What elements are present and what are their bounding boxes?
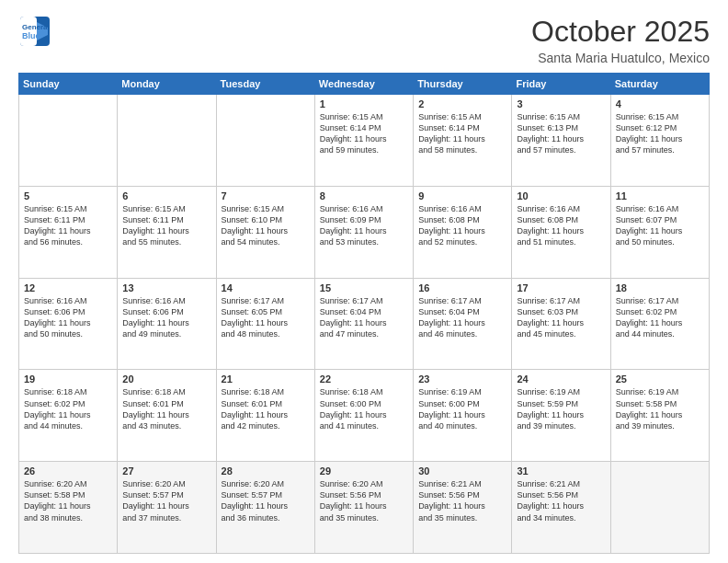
day-number: 16 [418,282,506,293]
day-number: 4 [616,98,704,109]
day-number: 20 [122,373,210,385]
day-info: Sunrise: 6:15 AMSunset: 6:11 PMDaylight:… [24,203,112,248]
day-number: 26 [24,465,112,477]
day-number: 22 [320,373,408,385]
calendar-cell [118,95,216,187]
day-number: 9 [418,190,506,201]
page: General Blue October 2025 Santa Maria Hu… [0,0,728,563]
calendar-cell [610,462,709,554]
calendar-cell: 19Sunrise: 6:18 AMSunset: 6:02 PMDayligh… [19,370,118,462]
day-number: 21 [222,373,310,385]
logo-icon: General Blue [18,15,51,48]
day-info: Sunrise: 6:19 AMSunset: 5:59 PMDaylight:… [517,386,605,431]
day-number: 15 [320,282,408,293]
day-number: 31 [517,465,605,477]
calendar-cell: 23Sunrise: 6:19 AMSunset: 6:00 PMDayligh… [414,370,512,462]
calendar-cell: 29Sunrise: 6:20 AMSunset: 5:56 PMDayligh… [314,462,413,554]
calendar-cell: 26Sunrise: 6:20 AMSunset: 5:58 PMDayligh… [19,462,118,554]
day-info: Sunrise: 6:16 AMSunset: 6:08 PMDaylight:… [418,203,506,248]
svg-text:Blue: Blue [22,31,40,40]
day-info: Sunrise: 6:17 AMSunset: 6:05 PMDaylight:… [222,295,310,340]
calendar-cell: 15Sunrise: 6:17 AMSunset: 6:04 PMDayligh… [314,278,413,370]
week-row-3: 19Sunrise: 6:18 AMSunset: 6:02 PMDayligh… [19,370,710,462]
calendar-cell: 5Sunrise: 6:15 AMSunset: 6:11 PMDaylight… [19,186,118,278]
calendar-cell: 27Sunrise: 6:20 AMSunset: 5:57 PMDayligh… [118,462,216,554]
weekday-header-monday: Monday [118,74,216,95]
day-info: Sunrise: 6:15 AMSunset: 6:10 PMDaylight:… [222,203,310,248]
calendar-cell: 4Sunrise: 6:15 AMSunset: 6:12 PMDaylight… [610,95,709,187]
day-number: 17 [517,282,605,293]
day-info: Sunrise: 6:17 AMSunset: 6:02 PMDaylight:… [616,295,704,340]
calendar-cell [216,95,314,187]
calendar-cell: 10Sunrise: 6:16 AMSunset: 6:08 PMDayligh… [512,186,610,278]
day-info: Sunrise: 6:18 AMSunset: 6:00 PMDaylight:… [320,386,408,431]
day-info: Sunrise: 6:21 AMSunset: 5:56 PMDaylight:… [418,478,506,523]
calendar-cell: 12Sunrise: 6:16 AMSunset: 6:06 PMDayligh… [19,278,118,370]
weekday-header-friday: Friday [512,74,610,95]
calendar-cell: 6Sunrise: 6:15 AMSunset: 6:11 PMDaylight… [118,186,216,278]
day-info: Sunrise: 6:19 AMSunset: 6:00 PMDaylight:… [418,386,506,431]
day-info: Sunrise: 6:15 AMSunset: 6:12 PMDaylight:… [616,111,704,156]
day-number: 13 [122,282,210,293]
day-info: Sunrise: 6:18 AMSunset: 6:01 PMDaylight:… [222,386,310,431]
day-number: 12 [24,282,112,293]
calendar-cell: 8Sunrise: 6:16 AMSunset: 6:09 PMDaylight… [314,186,413,278]
calendar-cell: 9Sunrise: 6:16 AMSunset: 6:08 PMDaylight… [414,186,512,278]
day-info: Sunrise: 6:17 AMSunset: 6:03 PMDaylight:… [517,295,605,340]
calendar-cell: 1Sunrise: 6:15 AMSunset: 6:14 PMDaylight… [314,95,413,187]
day-number: 19 [24,373,112,385]
day-number: 28 [222,465,310,477]
day-info: Sunrise: 6:20 AMSunset: 5:58 PMDaylight:… [24,478,112,523]
day-info: Sunrise: 6:15 AMSunset: 6:13 PMDaylight:… [517,111,605,156]
day-info: Sunrise: 6:15 AMSunset: 6:14 PMDaylight:… [320,111,408,156]
day-number: 30 [418,465,506,477]
day-info: Sunrise: 6:16 AMSunset: 6:06 PMDaylight:… [122,295,210,340]
week-row-0: 1Sunrise: 6:15 AMSunset: 6:14 PMDaylight… [19,95,710,187]
day-info: Sunrise: 6:16 AMSunset: 6:07 PMDaylight:… [616,203,704,248]
calendar-cell: 18Sunrise: 6:17 AMSunset: 6:02 PMDayligh… [610,278,709,370]
weekday-header-row: SundayMondayTuesdayWednesdayThursdayFrid… [19,74,710,95]
day-info: Sunrise: 6:16 AMSunset: 6:06 PMDaylight:… [24,295,112,340]
day-number: 3 [517,98,605,109]
day-number: 2 [418,98,506,109]
weekday-header-saturday: Saturday [610,74,709,95]
calendar-cell: 24Sunrise: 6:19 AMSunset: 5:59 PMDayligh… [512,370,610,462]
calendar-cell: 20Sunrise: 6:18 AMSunset: 6:01 PMDayligh… [118,370,216,462]
weekday-header-tuesday: Tuesday [216,74,314,95]
day-number: 6 [122,190,210,201]
calendar-cell: 2Sunrise: 6:15 AMSunset: 6:14 PMDaylight… [414,95,512,187]
header: General Blue October 2025 Santa Maria Hu… [18,15,710,65]
calendar-cell: 7Sunrise: 6:15 AMSunset: 6:10 PMDaylight… [216,186,314,278]
week-row-4: 26Sunrise: 6:20 AMSunset: 5:58 PMDayligh… [19,462,710,554]
calendar-cell: 28Sunrise: 6:20 AMSunset: 5:57 PMDayligh… [216,462,314,554]
calendar-cell: 16Sunrise: 6:17 AMSunset: 6:04 PMDayligh… [414,278,512,370]
day-number: 5 [24,190,112,201]
day-info: Sunrise: 6:17 AMSunset: 6:04 PMDaylight:… [320,295,408,340]
day-info: Sunrise: 6:15 AMSunset: 6:14 PMDaylight:… [418,111,506,156]
day-number: 1 [320,98,408,109]
day-number: 7 [222,190,310,201]
day-number: 14 [222,282,310,293]
day-number: 27 [122,465,210,477]
day-info: Sunrise: 6:21 AMSunset: 5:56 PMDaylight:… [517,478,605,523]
weekday-header-thursday: Thursday [414,74,512,95]
day-info: Sunrise: 6:20 AMSunset: 5:56 PMDaylight:… [320,478,408,523]
calendar-cell: 14Sunrise: 6:17 AMSunset: 6:05 PMDayligh… [216,278,314,370]
weekday-header-wednesday: Wednesday [314,74,413,95]
day-info: Sunrise: 6:16 AMSunset: 6:09 PMDaylight:… [320,203,408,248]
calendar-cell: 13Sunrise: 6:16 AMSunset: 6:06 PMDayligh… [118,278,216,370]
calendar-cell [19,95,118,187]
day-number: 18 [616,282,704,293]
svg-text:General: General [22,23,50,31]
day-number: 29 [320,465,408,477]
calendar-table: SundayMondayTuesdayWednesdayThursdayFrid… [18,73,710,554]
calendar-cell: 22Sunrise: 6:18 AMSunset: 6:00 PMDayligh… [314,370,413,462]
week-row-2: 12Sunrise: 6:16 AMSunset: 6:06 PMDayligh… [19,278,710,370]
location: Santa Maria Huatulco, Mexico [531,51,710,65]
weekday-header-sunday: Sunday [19,74,118,95]
calendar-cell: 3Sunrise: 6:15 AMSunset: 6:13 PMDaylight… [512,95,610,187]
title-area: October 2025 Santa Maria Huatulco, Mexic… [531,15,710,65]
logo: General Blue [18,15,51,48]
day-number: 25 [616,373,704,385]
month-title: October 2025 [531,15,710,49]
